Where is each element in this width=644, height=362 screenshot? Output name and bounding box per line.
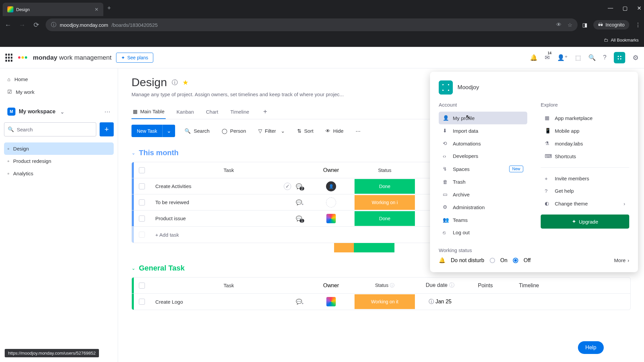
- menu-item[interactable]: ⟲Automations: [439, 137, 527, 150]
- search-icon[interactable]: 🔍: [588, 54, 596, 61]
- help-icon[interactable]: ?: [603, 54, 606, 61]
- toolbar-sort[interactable]: ⇅Sort: [294, 126, 316, 136]
- comments-icon[interactable]: 💬2: [296, 183, 302, 189]
- gear-icon[interactable]: ⚙: [633, 54, 639, 62]
- dnd-radio-off[interactable]: [513, 258, 518, 263]
- toolbar-hide[interactable]: 👁Hide: [323, 126, 346, 136]
- task-cell[interactable]: To be reviewed 💬+: [150, 199, 308, 205]
- menu-item[interactable]: ⎋Log out: [439, 226, 527, 239]
- menu-item[interactable]: ⬇Import data: [439, 124, 527, 137]
- toolbar-search[interactable]: 🔍Search: [182, 126, 212, 136]
- menu-item[interactable]: ?Get help: [541, 185, 629, 197]
- invite-icon[interactable]: 👤⁺: [557, 54, 568, 61]
- sidebar-item-mywork[interactable]: ☑ My work: [4, 85, 114, 98]
- row-checkbox[interactable]: [139, 183, 145, 189]
- task-cell[interactable]: Create Logo 💬+: [150, 299, 308, 305]
- sidebar-item-home[interactable]: ⌂ Home: [4, 73, 114, 85]
- menu-item[interactable]: 🗑Trash: [439, 176, 527, 188]
- url-input[interactable]: ⓘ moodjoy.monday.com/boards/1830420525 👁…: [46, 18, 578, 31]
- menu-item[interactable]: ‹›Developers: [439, 150, 527, 162]
- reload-button[interactable]: ⟳: [32, 21, 41, 29]
- dnd-radio-on[interactable]: [490, 258, 495, 263]
- comments-icon[interactable]: 💬1: [296, 216, 302, 222]
- row-checkbox[interactable]: [139, 299, 145, 305]
- favorite-star-icon[interactable]: ★: [182, 78, 189, 86]
- new-task-button[interactable]: New Task ⌄: [131, 125, 175, 137]
- chevron-down-icon[interactable]: ⌄: [60, 109, 64, 115]
- sidebar-search-input[interactable]: 🔍 Search: [4, 122, 96, 136]
- incognito-badge[interactable]: 🕶 Incognito: [593, 20, 629, 29]
- help-fab-button[interactable]: Help: [578, 341, 604, 354]
- info-icon[interactable]: ⓘ: [172, 78, 178, 86]
- toolbar-person[interactable]: ◯Person: [219, 126, 249, 136]
- view-tab[interactable]: ▦Main Table: [131, 105, 166, 119]
- task-cell[interactable]: Product issue 💬1: [150, 216, 308, 222]
- select-all-checkbox[interactable]: [139, 167, 145, 173]
- owner-avatar[interactable]: 👤: [326, 181, 336, 191]
- workspace-menu-icon[interactable]: ⋯: [104, 108, 110, 115]
- toolbar-filter[interactable]: ▽Filter⌄: [256, 126, 288, 136]
- owner-empty[interactable]: [326, 197, 336, 207]
- comments-icon[interactable]: 💬+: [296, 199, 302, 205]
- row-checkbox[interactable]: [139, 216, 145, 222]
- view-tab[interactable]: Chart: [205, 105, 220, 119]
- new-tab-button[interactable]: +: [107, 5, 111, 12]
- menu-item[interactable]: 👤My profile: [439, 112, 527, 124]
- menu-item[interactable]: ⚗monday.labs: [541, 137, 629, 150]
- select-all-checkbox[interactable]: [139, 283, 145, 289]
- side-panel-icon[interactable]: ◨: [582, 22, 587, 28]
- inbox-icon[interactable]: ✉14: [545, 54, 550, 61]
- table-row[interactable]: Create Logo 💬+ Working on it ⓘ Jan 25: [132, 294, 630, 310]
- apps-icon[interactable]: ⬚: [575, 54, 581, 61]
- menu-item[interactable]: 👥Teams: [439, 214, 527, 226]
- back-button[interactable]: ←: [3, 21, 13, 29]
- all-bookmarks-button[interactable]: 🗀 All Bookmarks: [604, 38, 639, 43]
- upgrade-button[interactable]: ✦ Upgrade: [541, 215, 629, 229]
- chevron-down-icon[interactable]: ⌄: [131, 150, 136, 156]
- add-view-button[interactable]: +: [260, 105, 271, 119]
- notifications-icon[interactable]: 🔔: [530, 54, 537, 61]
- duedate-cell[interactable]: ⓘ Jan 25: [415, 298, 465, 305]
- menu-item[interactable]: +Invite members: [541, 172, 629, 185]
- add-board-button[interactable]: +: [100, 122, 114, 136]
- menu-item[interactable]: ▭Archive: [439, 188, 527, 201]
- browser-tab[interactable]: Design ✕: [3, 3, 103, 16]
- checkmark-icon[interactable]: ✓: [284, 183, 291, 190]
- row-checkbox[interactable]: [139, 199, 145, 205]
- view-tab[interactable]: Timeline: [229, 105, 251, 119]
- see-plans-button[interactable]: ✦ See plans: [116, 53, 153, 63]
- menu-item[interactable]: ⌨Shortcuts: [541, 150, 629, 163]
- site-info-icon[interactable]: ⓘ: [51, 21, 56, 28]
- maximize-icon[interactable]: ▢: [623, 5, 628, 11]
- chevron-down-icon[interactable]: ⌄: [131, 265, 136, 271]
- status-cell[interactable]: Done: [355, 211, 415, 226]
- bookmark-icon[interactable]: ☆: [568, 22, 572, 28]
- menu-item[interactable]: ⚙Administration: [439, 201, 527, 214]
- working-status-more[interactable]: More ›: [614, 257, 629, 263]
- view-tab[interactable]: Kanban: [175, 105, 195, 119]
- close-window-icon[interactable]: ✕: [637, 5, 641, 11]
- toolbar-more[interactable]: ⋯: [353, 126, 363, 136]
- menu-item[interactable]: 📱Mobile app: [541, 124, 629, 137]
- status-cell[interactable]: Working on it: [355, 294, 415, 309]
- browser-menu-icon[interactable]: ⋮: [635, 22, 641, 28]
- chevron-down-icon[interactable]: ⌄: [162, 125, 175, 137]
- menu-item[interactable]: ▦App marketplace: [541, 112, 629, 124]
- task-cell[interactable]: Create Activities ✓ 💬2: [150, 183, 308, 190]
- menu-item[interactable]: ↯SpacesNew: [439, 162, 527, 176]
- sidebar-board-item[interactable]: ▫Design: [4, 142, 114, 155]
- workspace-header[interactable]: M My workspace ⌄ ⋯: [4, 104, 114, 119]
- minimize-icon[interactable]: —: [608, 5, 613, 11]
- apps-grid-icon[interactable]: [5, 54, 13, 62]
- comments-icon[interactable]: 💬+: [296, 299, 302, 305]
- status-cell[interactable]: Working on i: [355, 195, 415, 210]
- sidebar-board-item[interactable]: ▫Analytics: [4, 167, 114, 180]
- menu-item[interactable]: ◐Change theme›: [541, 197, 629, 210]
- owner-logo[interactable]: [326, 297, 336, 306]
- visibility-icon[interactable]: 👁: [556, 22, 561, 28]
- user-avatar[interactable]: [614, 52, 625, 63]
- owner-logo[interactable]: [326, 214, 336, 223]
- close-tab-icon[interactable]: ✕: [95, 7, 99, 12]
- sidebar-board-item[interactable]: ▫Product redesign: [4, 155, 114, 167]
- status-cell[interactable]: Done: [355, 179, 415, 194]
